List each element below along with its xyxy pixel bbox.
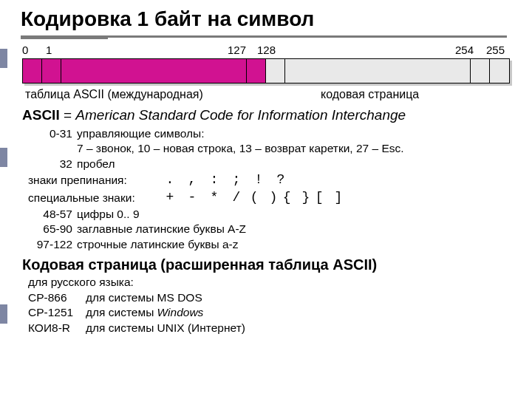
cp-1251-text-b: Windows bbox=[157, 306, 204, 318]
range-65-90: 65-90 bbox=[28, 222, 77, 236]
bar-seg-0 bbox=[23, 59, 42, 83]
byte-numbers-row: 0 1 127 128 254 255 bbox=[22, 44, 510, 57]
bar-seg-255 bbox=[490, 59, 509, 83]
num-1: 1 bbox=[46, 44, 52, 56]
range-32: 32 bbox=[28, 157, 77, 171]
koi8-name: КОИ8-R bbox=[28, 321, 86, 335]
num-0: 0 bbox=[22, 44, 28, 56]
ascii-expansion: American Standard Code for Information I… bbox=[75, 107, 406, 123]
bar-seg-1 bbox=[42, 59, 61, 83]
decorative-side-ticks bbox=[0, 0, 7, 399]
cp-866-name: CP-866 bbox=[28, 290, 86, 305]
spec-chars: +-*/( ){ }[ ] bbox=[160, 189, 346, 207]
ascii-definition: ASCII = American Standard Code for Infor… bbox=[22, 107, 510, 123]
punct-label: знаки препинания: bbox=[28, 173, 160, 188]
codepage-list: для русского языка: CP-866для системы MS… bbox=[22, 275, 510, 335]
codepage-heading: Кодовая страница (расширенная таблица AS… bbox=[22, 256, 510, 273]
control-chars-list: 7 – звонок, 10 – новая строка, 13 – возв… bbox=[28, 141, 510, 156]
bar-seg-127 bbox=[247, 59, 266, 83]
bar-labels: таблица ASCII (международная) кодовая ст… bbox=[22, 88, 510, 104]
range-65-90-text: заглавные латинские буквы A-Z bbox=[77, 222, 246, 236]
spec-label: специальные знаки: bbox=[28, 191, 160, 205]
range-0-31: 0-31 bbox=[28, 126, 77, 141]
ascii-details: 0-31 управляющие символы: 7 – звонок, 10… bbox=[22, 126, 510, 252]
num-255: 255 bbox=[486, 44, 505, 56]
cp-1251-name: CP-1251 bbox=[28, 305, 86, 320]
codepage-ru-label: для русского языка: bbox=[28, 275, 510, 290]
bar-seg-254 bbox=[471, 59, 490, 83]
title-underline bbox=[21, 35, 507, 38]
range-97-122-text: строчные латинские буквы a-z bbox=[77, 237, 239, 252]
range-32-text: пробел bbox=[77, 157, 115, 171]
bar-seg-128 bbox=[266, 59, 285, 83]
bar-seg-2-127 bbox=[61, 59, 247, 83]
num-127: 127 bbox=[228, 44, 246, 56]
num-128: 128 bbox=[257, 44, 276, 56]
byte-bar bbox=[22, 58, 510, 83]
koi8-text: для системы UNIX (Интернет) bbox=[86, 321, 245, 334]
page-title: Кодировка 1 байт на символ bbox=[0, 0, 532, 35]
cp-866-text: для системы MS DOS bbox=[86, 291, 202, 304]
range-48-57-text: цифры 0.. 9 bbox=[77, 207, 140, 222]
range-97-122: 97-122 bbox=[28, 237, 77, 252]
bar-seg-129-254 bbox=[285, 59, 471, 83]
label-codepage: кодовая страница bbox=[321, 88, 419, 101]
cp-1251-text-a: для системы bbox=[86, 306, 157, 318]
punct-chars: .,:;!? bbox=[160, 171, 293, 189]
range-48-57: 48-57 bbox=[28, 207, 77, 222]
range-0-31-text: управляющие символы: bbox=[77, 126, 205, 141]
label-ascii-table: таблица ASCII (международная) bbox=[25, 88, 203, 101]
num-254: 254 bbox=[455, 44, 474, 56]
ascii-acronym: ASCII bbox=[22, 107, 60, 123]
